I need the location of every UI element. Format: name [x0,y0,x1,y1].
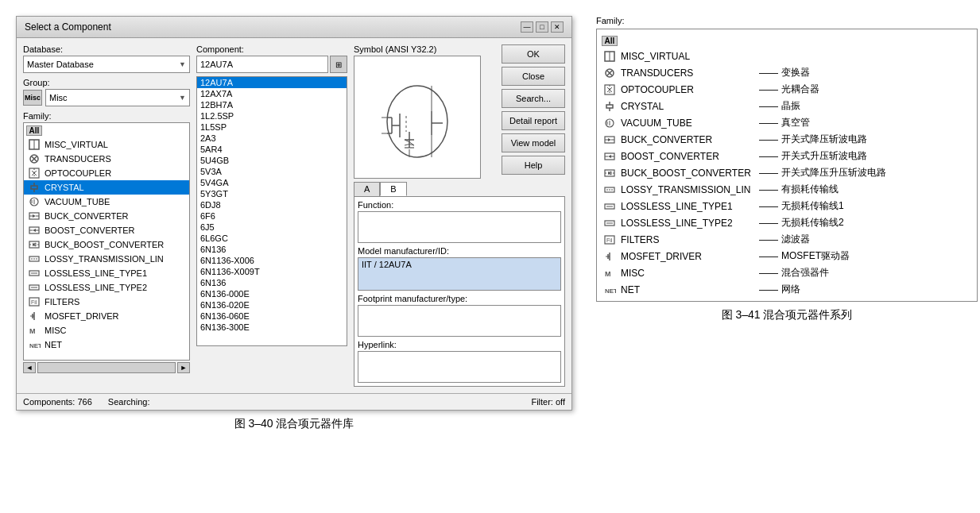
right-family-item-filters[interactable]: FilFILTERS——滤波器 [597,231,977,248]
right-family-item-all[interactable]: All [597,33,977,48]
left-family-item-buck_converter[interactable]: BUCK_CONVERTER [24,209,189,223]
right-family-item-vacuum_tube[interactable]: VACUUM_TUBE——真空管 [597,114,977,131]
family-icon-lossy [27,253,41,265]
component-item-15[interactable]: 6N136 [197,244,347,255]
svg-marker-22 [33,229,36,232]
rf-dash-lossless2: —— [759,218,778,229]
right-family-item-crystal[interactable]: CRYSTAL——晶振 [597,98,977,114]
component-item-11[interactable]: 6DJ8 [197,199,347,210]
database-select[interactable]: Master Database ▼ [23,56,190,73]
maximize-button[interactable]: □ [536,21,548,33]
rf-desc-misc: 混合强器件 [781,266,829,280]
component-item-5[interactable]: 2A3 [197,133,347,144]
select-component-dialog: Select a Component — □ ✕ Database: Maste… [16,16,572,431]
left-family-item-net[interactable]: NETNET [24,338,189,352]
component-item-17[interactable]: 6N1136-X009T [197,266,347,277]
right-family-item-buck_boost_converter[interactable]: BUCK_BOOST_CONVERTER——开关式降压升压斩波电路 [597,164,977,181]
rf-dash-mosfet_driver: —— [759,251,778,262]
right-family-item-misc[interactable]: MMISC——混合强器件 [597,264,977,281]
component-item-21[interactable]: 6N136-060E [197,310,347,322]
right-family-item-net[interactable]: NETNET——网络 [597,281,977,298]
rf-desc-lossless2: 无损耗传输线2 [781,216,844,230]
component-search-icon[interactable]: ⊞ [330,56,347,73]
rf-name-net: NET [621,284,756,295]
component-item-20[interactable]: 6N136-020E [197,299,347,310]
family-icon-misc: M [27,324,41,337]
left-family-item-all[interactable]: All [24,123,189,137]
left-family-item-mosfet_driver[interactable]: MOSFET_DRIVER [24,309,189,323]
component-item-3[interactable]: 1L2.5SP [197,110,347,122]
right-family-item-boost_converter[interactable]: BOOST_CONVERTER——开关式升压斩波电路 [597,148,977,164]
component-item-10[interactable]: 5Y3GT [197,188,347,199]
left-family-item-misc[interactable]: MMISC [24,323,189,338]
component-item-18[interactable]: 6N136 [197,277,347,288]
left-family-item-buck_boost_converter[interactable]: BUCK_BOOST_CONVERTER [24,237,189,252]
family-list[interactable]: AllMISC_VIRTUALTRANSDUCERSOPTOCOUPLERCRY… [23,122,190,361]
component-item-2[interactable]: 12BH7A [197,99,347,110]
group-select[interactable]: Misc ▼ [45,89,190,106]
component-item-14[interactable]: 6L6GC [197,233,347,244]
left-family-item-lossless1[interactable]: LOSSLESS_LINE_TYPE1 [24,266,189,280]
component-input[interactable] [196,56,328,73]
svg-text:Fil: Fil [606,237,613,243]
close-window-button[interactable]: ✕ [551,21,564,33]
view-model-button[interactable]: View model [502,133,565,152]
right-family-item-optocoupler[interactable]: OPTOCOUPLER——光耦合器 [597,81,977,98]
right-family-item-buck_converter[interactable]: BUCK_CONVERTER——开关式降压斩波电路 [597,131,977,148]
tab-bar: A B [354,182,565,196]
close-button[interactable]: Close [502,67,565,86]
left-family-item-transducers[interactable]: TRANSDUCERS [24,152,189,166]
left-family-item-vacuum_tube[interactable]: VACUUM_TUBE [24,195,189,209]
search-button[interactable]: Search... [502,89,565,108]
component-item-7[interactable]: 5U4GB [197,155,347,166]
right-family-item-misc_virtual[interactable]: MISC_VIRTUAL [597,48,977,64]
rf-icon-vacuum_tube [602,117,618,129]
component-item-16[interactable]: 6N1136-X006 [197,255,347,266]
component-item-9[interactable]: 5V4GA [197,177,347,188]
scroll-left[interactable]: ◄ [23,362,36,373]
rf-dash-filters: —— [759,234,778,245]
svg-text:M: M [605,270,611,278]
ok-button[interactable]: OK [502,44,565,64]
component-item-0[interactable]: 12AU7A [197,77,347,88]
component-item-1[interactable]: 12AX7A [197,88,347,99]
dialog-titlebar: Select a Component — □ ✕ [17,17,571,38]
caption-left: 图 3–40 混合项元器件库 [16,417,572,431]
scroll-right[interactable]: ► [177,362,190,373]
component-item-8[interactable]: 5V3A [197,166,347,177]
tab-a[interactable]: A [354,182,380,196]
left-family-item-optocoupler[interactable]: OPTOCOUPLER [24,166,189,180]
right-family-item-lossy[interactable]: LOSSY_TRANSMISSION_LIN——有损耗传输线 [597,181,977,198]
action-buttons: OK Close Search... Detail report View mo… [502,44,565,179]
right-family-item-transducers[interactable]: TRANSDUCERS——变换器 [597,64,977,81]
left-family-item-misc_virtual[interactable]: MISC_VIRTUAL [24,137,189,152]
component-item-4[interactable]: 1L5SP [197,122,347,133]
left-family-item-lossless2[interactable]: LOSSLESS_LINE_TYPE2 [24,280,189,295]
right-panel: Symbol (ANSI Y32.2) [354,44,565,387]
caption-right: 图 3–41 混合项元器件系列 [596,308,978,322]
right-family-item-lossless1[interactable]: LOSSLESS_LINE_TYPE1——无损耗传输线1 [597,198,977,214]
component-item-12[interactable]: 6F6 [197,210,347,222]
component-list[interactable]: 12AU7A12AX7A12BH7A1L2.5SP1L5SP2A35AR45U4… [196,76,347,346]
rf-icon-misc: M [602,267,618,280]
left-family-item-lossy[interactable]: LOSSY_TRANSMISSION_LIN [24,252,189,266]
right-family-item-lossless2[interactable]: LOSSLESS_LINE_TYPE2——无损耗传输线2 [597,214,977,231]
svg-rect-10 [31,186,37,189]
component-item-6[interactable]: 5AR4 [197,144,347,155]
family-label-buck_converter: BUCK_CONVERTER [45,211,129,221]
rf-dash-transducers: —— [759,68,778,79]
left-family-item-crystal[interactable]: CRYSTAL [24,180,189,195]
help-button[interactable]: Help [502,156,565,175]
detail-report-button[interactable]: Detail report [502,111,565,130]
minimize-button[interactable]: — [521,21,533,33]
component-item-13[interactable]: 6J5 [197,222,347,233]
component-item-19[interactable]: 6N136-000E [197,288,347,299]
component-item-22[interactable]: 6N136-300E [197,322,347,333]
tab-b[interactable]: B [380,182,406,196]
left-family-item-boost_converter[interactable]: BOOST_CONVERTER [24,223,189,237]
left-family-item-filters[interactable]: FilFILTERS [24,295,189,309]
family-icon-all: All [27,124,41,137]
function-label: Function: [358,200,561,210]
dialog-body: Database: Master Database ▼ Group: Misc … [17,38,571,393]
right-family-item-mosfet_driver[interactable]: MOSFET_DRIVER——MOSFET驱动器 [597,248,977,264]
